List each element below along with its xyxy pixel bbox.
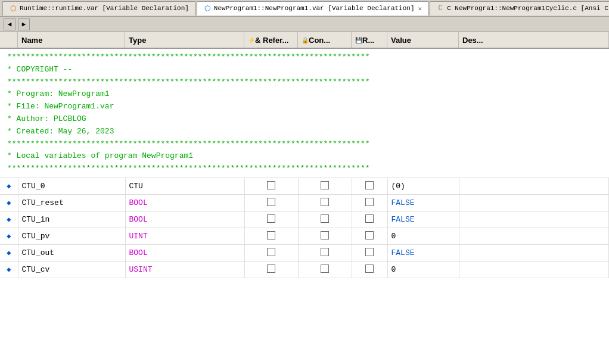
comment-line-1: ****************************************…	[7, 51, 602, 64]
var-con[interactable]	[298, 211, 352, 228]
var-r[interactable]	[352, 228, 387, 245]
comment-line-4: * Program: NewProgram1	[7, 88, 602, 101]
toolbar: ◀ ▶	[0, 17, 609, 32]
var-value[interactable]: 0	[387, 262, 459, 278]
comment-line-6: * Author: PLCBLOG	[7, 113, 602, 126]
row-icon: ◆	[0, 228, 18, 245]
con-lock-icon: 🔒	[302, 37, 309, 43]
var-desc[interactable]	[459, 211, 609, 228]
col-r-label: R...	[362, 36, 374, 45]
r-icon: 💾	[355, 37, 362, 43]
var-type[interactable]: BOOL	[125, 245, 244, 262]
var-r[interactable]	[352, 262, 387, 278]
var-con[interactable]	[298, 195, 352, 211]
table-row[interactable]: ◆CTU_0CTU(0)	[0, 178, 609, 195]
var-desc[interactable]	[459, 195, 609, 211]
col-name-header[interactable]: Name	[18, 32, 125, 48]
col-r-header[interactable]: 💾 R...	[352, 32, 387, 48]
var-value[interactable]: FALSE	[387, 211, 459, 228]
col-icon-header	[0, 32, 18, 48]
var-name[interactable]: CTU_reset	[18, 195, 125, 211]
col-type-header[interactable]: Type	[125, 32, 244, 48]
var-value[interactable]: FALSE	[387, 195, 459, 211]
comment-line-7: * Created: May 26, 2023	[7, 126, 602, 138]
var-con[interactable]	[298, 178, 352, 195]
forward-icon: ▶	[22, 20, 26, 28]
var-con[interactable]	[298, 228, 352, 245]
col-name-label: Name	[21, 36, 42, 45]
var-name[interactable]: CTU_pv	[18, 228, 125, 245]
back-button[interactable]: ◀	[4, 18, 15, 30]
col-value-header[interactable]: Value	[387, 32, 459, 48]
var-con[interactable]	[298, 262, 352, 278]
forward-button[interactable]: ▶	[18, 18, 30, 30]
col-con-header[interactable]: 🔒 Con...	[298, 32, 352, 48]
tab-runtime[interactable]: ⬡ Runtime::runtime.var [Variable Declara…	[2, 1, 195, 15]
tab-runtime-label: Runtime::runtime.var [Variable Declarati…	[20, 5, 189, 12]
var-r[interactable]	[352, 178, 387, 195]
var-r[interactable]	[352, 195, 387, 211]
var-type[interactable]: BOOL	[125, 195, 244, 211]
var-value[interactable]: (0)	[387, 178, 459, 195]
var-ref[interactable]	[244, 262, 298, 278]
col-desc-header[interactable]: Des...	[459, 32, 609, 48]
column-headers: Name Type ⚡ & Refer... 🔒 Con... 💾 R... V…	[0, 32, 609, 49]
title-bar: ⬡ Runtime::runtime.var [Variable Declara…	[0, 0, 609, 17]
row-icon: ◆	[0, 195, 18, 211]
var-desc[interactable]	[459, 228, 609, 245]
var-ref[interactable]	[244, 245, 298, 262]
col-desc-label: Des...	[462, 36, 483, 45]
col-type-label: Type	[129, 36, 146, 45]
table-row[interactable]: ◆CTU_resetBOOLFALSE	[0, 195, 609, 211]
comment-section: ****************************************…	[0, 49, 609, 178]
var-desc[interactable]	[459, 178, 609, 195]
ref-lock-icon: ⚡	[248, 37, 255, 43]
comment-line-2: * COPYRIGHT --	[7, 64, 602, 76]
tab-newprogram1-label: NewProgram1::NewProgram1.var [Variable D…	[214, 5, 415, 12]
var-name[interactable]: CTU_0	[18, 178, 125, 195]
var-type[interactable]: UINT	[125, 228, 244, 245]
var-r[interactable]	[352, 245, 387, 262]
var-r[interactable]	[352, 211, 387, 228]
row-icon: ◆	[0, 245, 18, 262]
tab-close-btn[interactable]: ✕	[418, 5, 422, 13]
var-name[interactable]: CTU_out	[18, 245, 125, 262]
var-ref[interactable]	[244, 195, 298, 211]
var-name[interactable]: CTU_in	[18, 211, 125, 228]
back-icon: ◀	[8, 20, 12, 28]
var-value[interactable]: FALSE	[387, 245, 459, 262]
row-icon: ◆	[0, 211, 18, 228]
comment-line-8: ****************************************…	[7, 138, 602, 151]
col-con-label: Con...	[309, 36, 330, 45]
var-ref[interactable]	[244, 228, 298, 245]
newprogram1-tab-icon: ⬡	[203, 4, 212, 13]
col-ref-header[interactable]: ⚡ & Refer...	[244, 32, 298, 48]
table-row[interactable]: ◆CTU_inBOOLFALSE	[0, 211, 609, 228]
runtime-tab-icon: ⬡	[9, 4, 17, 13]
tab-cyclic[interactable]: C C NewProgra1::NewProgram1Cyclic.c [Ans…	[430, 1, 609, 15]
table-row[interactable]: ◆CTU_cvUSINT0	[0, 262, 609, 278]
var-con[interactable]	[298, 245, 352, 262]
table-row[interactable]: ◆CTU_outBOOLFALSE	[0, 245, 609, 262]
row-icon: ◆	[0, 178, 18, 195]
var-name[interactable]: CTU_cv	[18, 262, 125, 278]
var-ref[interactable]	[244, 211, 298, 228]
var-type[interactable]: USINT	[125, 262, 244, 278]
var-ref[interactable]	[244, 178, 298, 195]
var-desc[interactable]	[459, 245, 609, 262]
var-value[interactable]: 0	[387, 228, 459, 245]
col-value-label: Value	[391, 36, 411, 45]
table-row[interactable]: ◆CTU_pvUINT0	[0, 228, 609, 245]
main-content: ****************************************…	[0, 49, 609, 364]
var-type[interactable]: BOOL	[125, 211, 244, 228]
var-desc[interactable]	[459, 262, 609, 278]
comment-line-10: ****************************************…	[7, 163, 602, 175]
row-icon: ◆	[0, 262, 18, 278]
col-ref-label: & Refer...	[255, 36, 288, 45]
var-type[interactable]: CTU	[125, 178, 244, 195]
tab-newprogram1[interactable]: ⬡ NewProgram1::NewProgram1.var [Variable…	[197, 1, 428, 15]
comment-line-5: * File: NewProgram1.var	[7, 101, 602, 113]
variable-table: ◆CTU_0CTU(0)◆CTU_resetBOOLFALSE◆CTU_inBO…	[0, 178, 609, 279]
cyclic-tab-icon: C	[436, 4, 445, 13]
tab-cyclic-label: C NewProgra1::NewProgram1Cyclic.c [Ansi …	[447, 5, 608, 12]
